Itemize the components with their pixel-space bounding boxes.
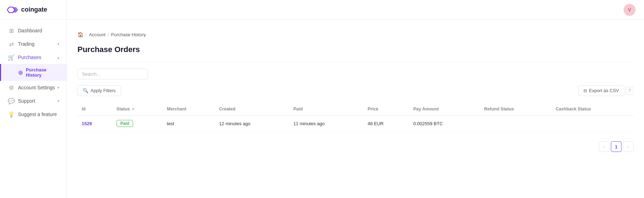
chevron-down-icon: ▾ bbox=[57, 42, 60, 46]
sidebar-nav: ⊞ Dashboard ⇄ Trading ▾ 🛒 Purchases ▴ ◎ … bbox=[0, 20, 67, 198]
sidebar-item-purchase-history[interactable]: ◎ Purchase History bbox=[0, 64, 67, 81]
col-header-created: Created bbox=[215, 103, 289, 115]
chevron-up-icon: ▴ bbox=[57, 55, 60, 60]
sort-icon-status[interactable]: ▼ bbox=[131, 107, 135, 111]
search-input[interactable] bbox=[77, 69, 148, 79]
coingate-logo-icon bbox=[7, 6, 18, 14]
filter-bar bbox=[77, 69, 633, 79]
sidebar-item-purchases[interactable]: 🛒 Purchases ▴ bbox=[0, 51, 67, 64]
status-badge: Paid bbox=[117, 120, 133, 127]
apply-filters-button[interactable]: 🔍 Apply Filters bbox=[77, 85, 121, 96]
table-row: 1529 Paid test 12 minutes ago 11 minutes… bbox=[77, 115, 633, 132]
trading-icon: ⇄ bbox=[8, 41, 14, 47]
sidebar-item-account-settings[interactable]: ⚙ Account Settings ▾ bbox=[0, 81, 67, 94]
col-header-merchant: Merchant bbox=[163, 103, 215, 115]
sidebar-item-dashboard[interactable]: ⊞ Dashboard bbox=[0, 24, 67, 37]
sidebar-item-suggest[interactable]: 💡 Suggest a feature bbox=[0, 108, 67, 121]
col-header-cashback-status: Cashback Status bbox=[551, 103, 633, 115]
export-icon: ⊟ bbox=[583, 88, 587, 93]
support-icon: 💬 bbox=[8, 98, 14, 104]
action-row: 🔍 Apply Filters ⊟ Export as CSV ? bbox=[77, 85, 633, 96]
cell-price: 48 EUR bbox=[363, 115, 409, 132]
next-icon: › bbox=[627, 144, 629, 149]
sidebar-sub-label-purchase-history: Purchase History bbox=[26, 67, 60, 78]
breadcrumb-sep-1: / bbox=[86, 32, 87, 37]
sidebar-item-label-trading: Trading bbox=[18, 41, 35, 47]
sidebar: coingate ⊞ Dashboard ⇄ Trading ▾ 🛒 Purch… bbox=[0, 0, 67, 198]
prev-icon: ‹ bbox=[604, 144, 605, 149]
col-header-id: Id bbox=[77, 103, 112, 115]
dashboard-icon: ⊞ bbox=[8, 27, 14, 34]
breadcrumb-sep-2: / bbox=[108, 32, 109, 37]
page-title: Purchase Orders bbox=[77, 45, 633, 54]
sidebar-item-trading[interactable]: ⇄ Trading ▾ bbox=[0, 37, 67, 51]
topbar: V bbox=[67, 0, 644, 20]
avatar[interactable]: V bbox=[624, 4, 636, 16]
pagination-next-button[interactable]: › bbox=[623, 141, 633, 152]
cell-paid: 11 minutes ago bbox=[289, 115, 363, 132]
logo-text: coingate bbox=[21, 6, 47, 13]
sidebar-item-label-dashboard: Dashboard bbox=[18, 28, 42, 33]
sidebar-item-label-account-settings: Account Settings bbox=[18, 85, 55, 90]
apply-filters-label: Apply Filters bbox=[90, 88, 116, 93]
cell-refund-status bbox=[480, 115, 551, 132]
col-header-price: Price bbox=[363, 103, 409, 115]
breadcrumb-account[interactable]: Account bbox=[89, 32, 106, 37]
breadcrumb: 🏠 / Account / Purchase History bbox=[77, 27, 633, 41]
col-header-refund-status: Refund Status bbox=[480, 103, 551, 115]
col-header-paid: Paid bbox=[289, 103, 363, 115]
suggest-icon: 💡 bbox=[8, 111, 14, 117]
chevron-down-icon-3: ▾ bbox=[57, 99, 60, 103]
sidebar-item-label-suggest: Suggest a feature bbox=[18, 111, 57, 117]
pagination: ‹ 1 › bbox=[77, 141, 633, 152]
breadcrumb-current: Purchase History bbox=[111, 32, 146, 37]
logo: coingate bbox=[0, 0, 67, 20]
sidebar-item-support[interactable]: 💬 Support ▾ bbox=[0, 94, 67, 108]
table-body: 1529 Paid test 12 minutes ago 11 minutes… bbox=[77, 115, 633, 132]
sidebar-item-label-support: Support bbox=[18, 98, 35, 104]
export-label: Export as CSV bbox=[589, 88, 619, 93]
cell-pay-amount: 0.002559 BTC bbox=[409, 115, 480, 132]
purchases-icon: 🛒 bbox=[8, 54, 14, 60]
export-group: ⊟ Export as CSV ? bbox=[578, 85, 633, 96]
help-button[interactable]: ? bbox=[626, 87, 633, 95]
chevron-down-icon-2: ▾ bbox=[57, 85, 60, 90]
cell-id: 1529 bbox=[77, 115, 112, 132]
cell-status: Paid bbox=[112, 115, 163, 132]
filter-search-icon: 🔍 bbox=[83, 88, 88, 93]
cell-cashback-status bbox=[551, 115, 633, 132]
cell-created: 12 minutes ago bbox=[215, 115, 289, 132]
breadcrumb-home-icon[interactable]: 🏠 bbox=[77, 32, 83, 37]
section-divider bbox=[77, 61, 633, 62]
table-header: Id Status ▼ Merchant Created bbox=[77, 103, 633, 115]
question-mark-icon: ? bbox=[629, 88, 631, 93]
pagination-prev-button[interactable]: ‹ bbox=[599, 141, 609, 152]
col-header-status: Status ▼ bbox=[112, 103, 163, 115]
col-header-pay-amount: Pay Amount bbox=[409, 103, 480, 115]
pagination-page-1-button[interactable]: 1 bbox=[611, 141, 621, 152]
order-id-link[interactable]: 1529 bbox=[82, 121, 92, 126]
sidebar-item-label-purchases: Purchases bbox=[18, 55, 41, 60]
main-content: V 🏠 / Account / Purchase History Purchas… bbox=[67, 0, 644, 198]
account-settings-icon: ⚙ bbox=[8, 84, 14, 91]
page-number: 1 bbox=[615, 144, 617, 149]
purchase-history-icon: ◎ bbox=[18, 70, 23, 75]
export-button[interactable]: ⊟ Export as CSV bbox=[578, 85, 624, 96]
content-inner: 🏠 / Account / Purchase History Purchase … bbox=[67, 20, 644, 198]
content-area: 🏠 / Account / Purchase History Purchase … bbox=[67, 20, 644, 198]
orders-table: Id Status ▼ Merchant Created bbox=[77, 103, 633, 132]
cell-merchant: test bbox=[163, 115, 215, 132]
